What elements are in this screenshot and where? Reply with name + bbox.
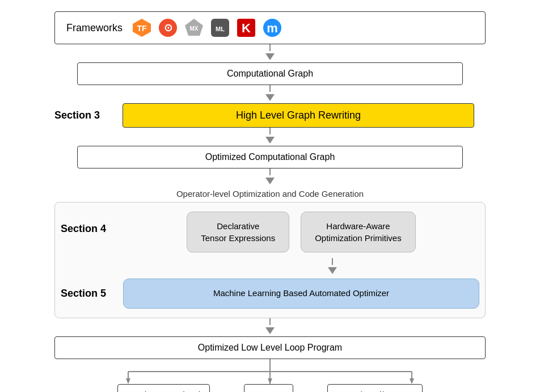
svg-marker-18 <box>268 378 272 384</box>
arrow-5 <box>265 318 275 336</box>
mxnet-icon: MX <box>184 18 204 38</box>
section5-label: Section 5 <box>61 288 123 300</box>
high-level-rewriting-box: High Level Graph Rewriting <box>123 103 474 128</box>
tensorflow-icon: TF <box>132 18 152 38</box>
svg-text:m: m <box>267 21 278 35</box>
section4-row: Section 4 Declarative Tensor Expressions… <box>61 212 479 252</box>
split-arrows <box>54 359 486 384</box>
declarative-tensor-box: Declarative Tensor Expressions <box>187 212 289 252</box>
frameworks-label: Frameworks <box>66 22 123 34</box>
arrow-4 <box>265 168 275 187</box>
arrow-3 <box>265 128 275 146</box>
hardware-aware-box: Hardware-Aware Optimization Primitives <box>301 212 416 252</box>
section3-content: High Level Graph Rewriting <box>111 103 486 128</box>
svg-text:⊙: ⊙ <box>164 22 172 33</box>
cuda-metal-box: CUDA/Metal/OpenCL <box>327 384 423 393</box>
accelerator-backend-box: Accelerator Backend <box>117 384 210 393</box>
op-level-text: Operator-level Optimization and Code Gen… <box>176 189 364 199</box>
svg-text:K: K <box>242 21 251 35</box>
backends-row: Accelerator Backend LLVM IR CUDA/Metal/O… <box>54 384 486 393</box>
diagram: Frameworks TF ⊙ MX ML K m <box>26 11 514 392</box>
split-arrows-svg <box>54 359 486 384</box>
optimized-comp-graph-box: Optimized Computational Graph <box>77 146 463 168</box>
section3-row: Section 3 High Level Graph Rewriting <box>54 103 486 128</box>
svg-text:MX: MX <box>190 26 199 32</box>
arrow-1 <box>265 44 275 62</box>
keras-icon: K <box>236 18 256 38</box>
llvm-ir-box: LLVM IR <box>244 384 293 393</box>
section3-label: Section 3 <box>54 109 111 121</box>
optimized-loop-box: Optimized Low Level Loop Program <box>54 336 486 359</box>
caffe-icon: m <box>262 18 282 38</box>
svg-marker-17 <box>410 378 414 384</box>
section4-label: Section 4 <box>61 212 123 235</box>
frameworks-box: Frameworks TF ⊙ MX ML K m <box>54 11 486 44</box>
arrow-2 <box>265 85 275 103</box>
arrow-sec4-sec5 <box>123 258 540 276</box>
svg-marker-15 <box>126 378 130 384</box>
coreml-icon: ML <box>210 18 230 38</box>
section4-boxes: Declarative Tensor Expressions Hardware-… <box>123 212 479 252</box>
ml-optimizer-box: Machine Learning Based Automated Optimiz… <box>123 279 479 309</box>
pytorch-icon: ⊙ <box>158 18 178 38</box>
svg-text:TF: TF <box>137 24 147 33</box>
svg-text:ML: ML <box>216 26 225 32</box>
computational-graph-box: Computational Graph <box>77 62 463 85</box>
section5-row: Section 5 Machine Learning Based Automat… <box>61 279 479 309</box>
grouped-section: Section 4 Declarative Tensor Expressions… <box>54 202 486 318</box>
